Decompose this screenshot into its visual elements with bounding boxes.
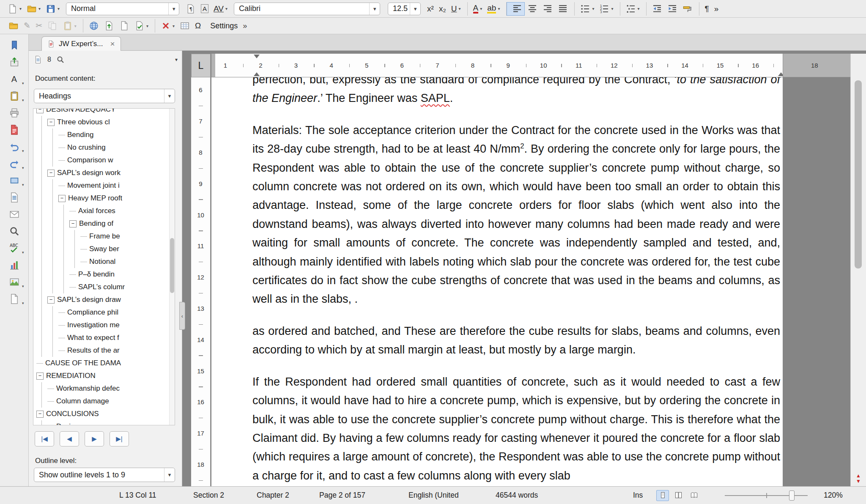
toolbar-overflow-button[interactable]: » — [243, 22, 247, 30]
sidebar-collapse-button[interactable]: ‹ — [179, 302, 185, 330]
special-character-button[interactable]: Ω — [192, 19, 203, 33]
font-size-combobox[interactable]: 12.5 ▼ — [388, 3, 421, 15]
delete-content-button[interactable]: ▾ — [155, 19, 177, 33]
print-button[interactable] — [4, 105, 25, 121]
next-object-button[interactable]: ▼ — [856, 479, 861, 484]
navigate-first-button[interactable]: |◀ — [35, 431, 54, 446]
navigator-tree-item[interactable]: Notional — [33, 255, 175, 268]
first-line-indent-marker[interactable] — [254, 55, 260, 58]
font-color-button[interactable]: A ▾ — [467, 2, 485, 16]
collapse-expander-icon[interactable]: − — [36, 411, 44, 418]
zoom-level[interactable]: 120% — [824, 487, 843, 504]
insert-table-button[interactable] — [177, 19, 192, 33]
tree-scrollbar[interactable] — [169, 109, 175, 425]
collapse-expander-icon[interactable]: − — [47, 119, 55, 126]
new-document-button[interactable]: ▾ — [5, 2, 24, 16]
templates-button[interactable] — [6, 19, 21, 33]
navigator-tree-item[interactable]: Results of the ar — [33, 344, 175, 357]
paste-button[interactable]: ▾ — [60, 19, 79, 33]
search-icon[interactable] — [56, 55, 65, 64]
web-view-button[interactable] — [83, 19, 101, 33]
zoom-slider[interactable] — [725, 487, 808, 504]
page-style-button[interactable]: ▾ — [4, 291, 25, 307]
chevron-down-icon[interactable]: ▼ — [410, 3, 420, 15]
insert-mode-indicator[interactable]: Ins — [633, 487, 643, 504]
collapse-expander-icon[interactable]: − — [36, 108, 44, 113]
share-button[interactable] — [4, 55, 25, 70]
spelling-button[interactable]: ▾ — [4, 241, 25, 256]
paragraph[interactable]: as ordered and batched, and These are th… — [252, 322, 780, 359]
paragraph-style-combobox[interactable]: Normal ▼ — [66, 3, 179, 15]
zoom-slider-track[interactable] — [725, 495, 808, 496]
unordered-list-button[interactable]: ▾ — [574, 2, 597, 16]
document-tab[interactable]: JW Expert’s... × — [41, 36, 121, 51]
mail-document-button[interactable] — [4, 207, 25, 222]
highlighting-color-button[interactable]: ab ▾ — [485, 2, 502, 16]
gallery-button[interactable]: ▾ — [4, 274, 25, 290]
insert-document-button[interactable] — [117, 19, 132, 33]
insert-shape-button[interactable]: ▾ — [4, 173, 25, 188]
navigator-tree-item[interactable]: What to expect f — [33, 331, 175, 344]
edit-mode-button[interactable]: ✎ — [21, 19, 33, 33]
scrollbar-thumb[interactable] — [855, 80, 862, 268]
find-button[interactable] — [4, 224, 25, 239]
collapse-expander-icon[interactable]: − — [47, 170, 55, 177]
chapter-indicator[interactable]: Chapter 2 — [257, 487, 289, 504]
navigation-content-icon[interactable] — [34, 55, 42, 64]
subscript-button[interactable]: x₂ — [436, 2, 449, 16]
navigator-tree-item[interactable]: Compliance phil — [33, 306, 175, 319]
clone-formatting-button[interactable] — [680, 2, 695, 16]
navigator-tree-item[interactable]: − DESIGN ADEQUACY — [33, 108, 175, 116]
chevron-down-icon[interactable]: ▼ — [168, 3, 179, 15]
language-indicator[interactable]: English (United — [408, 487, 459, 504]
outline-list-button[interactable]: ▾ — [620, 2, 642, 16]
paragraph-settings-button[interactable] — [183, 2, 198, 16]
insert-chart-button[interactable] — [4, 257, 25, 273]
navigator-tree-item[interactable]: − Three obvious cl — [33, 116, 175, 129]
paragraph[interactable]: If the Respondent had ordered small quan… — [252, 373, 780, 485]
underline-button[interactable]: U ▾ — [449, 2, 463, 16]
book-view-button[interactable] — [688, 490, 700, 501]
zoom-slider-thumb[interactable] — [789, 490, 795, 501]
navigator-tree-item[interactable]: − SAPL’s design draw — [33, 293, 175, 306]
align-justify-button[interactable] — [555, 2, 570, 16]
align-center-button[interactable] — [525, 2, 540, 16]
navigator-tree-item[interactable]: CAUSE OF THE DAMA — [33, 357, 175, 370]
navigate-next-button[interactable]: ▶ — [85, 431, 104, 446]
ordered-list-button[interactable]: ▾ — [597, 2, 616, 16]
navigator-tree-item[interactable]: − CONCLUSIONS — [33, 408, 175, 420]
cut-button[interactable]: ✂ — [33, 19, 45, 33]
navigator-tree-item[interactable]: Movement joint i — [33, 179, 175, 192]
previous-object-button[interactable]: ▲ — [856, 473, 861, 478]
collapse-expander-icon[interactable]: − — [36, 373, 44, 380]
section-indicator[interactable]: Section 2 — [193, 487, 224, 504]
decrease-indent-button[interactable] — [646, 2, 665, 16]
export-document-button[interactable] — [101, 19, 117, 33]
navigate-last-button[interactable]: ▶| — [110, 431, 129, 446]
collapse-expander-icon[interactable]: − — [47, 296, 55, 304]
outline-level-select[interactable]: Show outline levels 1 to 9 ▼ — [34, 468, 175, 482]
cursor-position[interactable]: L 13 Col 11 — [119, 487, 156, 504]
align-left-button[interactable] — [506, 2, 525, 16]
navigator-tree-item[interactable]: Design — [33, 420, 175, 425]
page-indicator[interactable]: Page 2 of 157 — [319, 487, 365, 504]
superscript-button[interactable]: x² — [425, 2, 436, 16]
navigator-tree-item[interactable]: − REMEDIATION — [33, 370, 175, 382]
clipboard-button[interactable]: ▾ — [4, 88, 25, 104]
chevron-down-icon[interactable]: ▼ — [369, 3, 380, 15]
close-tab-button[interactable]: × — [110, 39, 115, 49]
validate-document-button[interactable]: ▾ — [132, 19, 151, 33]
horizontal-ruler[interactable]: 12345678910111213141516 18 — [211, 54, 852, 77]
navigator-tree-item[interactable]: − Heavy MEP rooft — [33, 192, 175, 205]
navigator-tree-item[interactable]: Column damage — [33, 395, 175, 408]
navigator-tree-item[interactable]: SAPL’s columr — [33, 281, 175, 293]
document-page[interactable]: perfection, but, expressly as the standa… — [211, 77, 783, 486]
tree-scrollbar-thumb[interactable] — [170, 238, 174, 293]
navigator-tree-item[interactable]: Axial forces — [33, 205, 175, 217]
document-text[interactable]: perfection, but, expressly as the standa… — [252, 77, 780, 486]
copy-button[interactable] — [45, 19, 60, 33]
navigator-tree-item[interactable]: Frame be — [33, 230, 175, 243]
navigate-previous-button[interactable]: ◀ — [60, 431, 79, 446]
insert-form-button[interactable] — [4, 190, 25, 205]
navigator-tree-item[interactable]: Sway ber — [33, 243, 175, 255]
